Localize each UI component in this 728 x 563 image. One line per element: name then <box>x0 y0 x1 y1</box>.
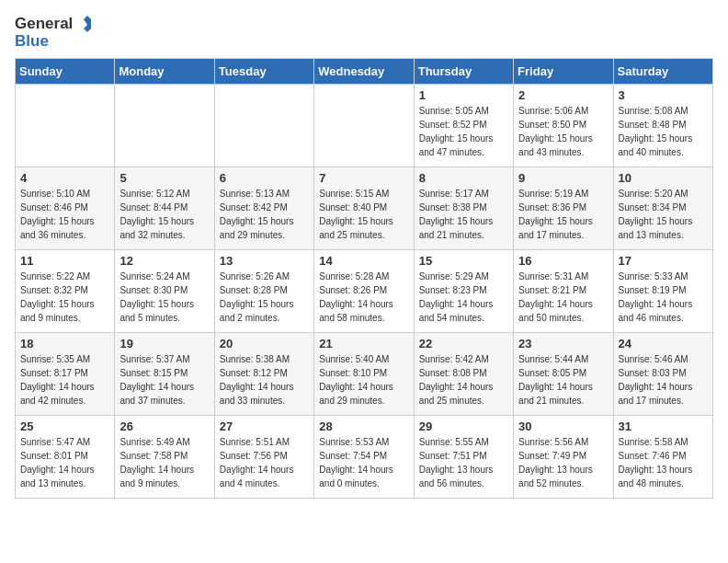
calendar-cell: 21Sunrise: 5:40 AM Sunset: 8:10 PM Dayli… <box>314 332 414 415</box>
day-number: 26 <box>119 419 209 433</box>
day-number: 12 <box>119 254 209 268</box>
day-info: Sunrise: 5:51 AM Sunset: 7:56 PM Dayligh… <box>220 435 309 490</box>
day-number: 10 <box>619 171 708 185</box>
calendar-cell: 9Sunrise: 5:19 AM Sunset: 8:36 PM Daylig… <box>514 167 613 249</box>
day-info: Sunrise: 5:19 AM Sunset: 8:36 PM Dayligh… <box>518 187 608 242</box>
day-info: Sunrise: 5:08 AM Sunset: 8:48 PM Dayligh… <box>619 104 708 159</box>
day-info: Sunrise: 5:53 AM Sunset: 7:54 PM Dayligh… <box>319 435 408 490</box>
day-info: Sunrise: 5:17 AM Sunset: 8:38 PM Dayligh… <box>419 187 508 242</box>
calendar-cell: 17Sunrise: 5:33 AM Sunset: 8:19 PM Dayli… <box>613 249 712 332</box>
logo-bird-icon <box>74 15 95 33</box>
calendar-cell: 26Sunrise: 5:49 AM Sunset: 7:58 PM Dayli… <box>115 415 214 498</box>
day-info: Sunrise: 5:31 AM Sunset: 8:21 PM Dayligh… <box>518 270 608 325</box>
day-number: 6 <box>220 171 309 185</box>
calendar-cell: 2Sunrise: 5:06 AM Sunset: 8:50 PM Daylig… <box>514 84 613 167</box>
day-info: Sunrise: 5:40 AM Sunset: 8:10 PM Dayligh… <box>319 352 408 408</box>
calendar-cell: 11Sunrise: 5:22 AM Sunset: 8:32 PM Dayli… <box>16 249 115 332</box>
day-info: Sunrise: 5:10 AM Sunset: 8:46 PM Dayligh… <box>20 187 109 242</box>
day-number: 16 <box>518 254 608 268</box>
day-info: Sunrise: 5:46 AM Sunset: 8:03 PM Dayligh… <box>619 352 708 408</box>
calendar-cell: 14Sunrise: 5:28 AM Sunset: 8:26 PM Dayli… <box>314 249 414 332</box>
day-number: 1 <box>419 88 508 102</box>
calendar-cell: 15Sunrise: 5:29 AM Sunset: 8:23 PM Dayli… <box>414 249 513 332</box>
day-number: 5 <box>119 171 209 185</box>
day-number: 19 <box>119 337 209 350</box>
day-info: Sunrise: 5:20 AM Sunset: 8:34 PM Dayligh… <box>619 187 708 242</box>
calendar-cell: 27Sunrise: 5:51 AM Sunset: 7:56 PM Dayli… <box>214 415 313 498</box>
day-info: Sunrise: 5:13 AM Sunset: 8:42 PM Dayligh… <box>220 187 309 242</box>
calendar-cell: 1Sunrise: 5:05 AM Sunset: 8:52 PM Daylig… <box>414 84 513 167</box>
week-row-0: 1Sunrise: 5:05 AM Sunset: 8:52 PM Daylig… <box>16 84 713 167</box>
calendar-cell: 6Sunrise: 5:13 AM Sunset: 8:42 PM Daylig… <box>214 167 313 249</box>
weekday-saturday: Saturday <box>613 58 712 84</box>
day-number: 13 <box>220 254 309 268</box>
logo: General Blue <box>15 15 95 51</box>
day-number: 4 <box>20 171 109 185</box>
day-info: Sunrise: 5:56 AM Sunset: 7:49 PM Dayligh… <box>518 435 608 490</box>
day-info: Sunrise: 5:44 AM Sunset: 8:05 PM Dayligh… <box>518 352 608 408</box>
day-number: 20 <box>220 337 309 350</box>
logo-container: General Blue <box>15 15 95 51</box>
calendar-cell: 12Sunrise: 5:24 AM Sunset: 8:30 PM Dayli… <box>115 249 214 332</box>
day-info: Sunrise: 5:22 AM Sunset: 8:32 PM Dayligh… <box>20 270 109 325</box>
day-info: Sunrise: 5:42 AM Sunset: 8:08 PM Dayligh… <box>419 352 508 408</box>
calendar-cell: 24Sunrise: 5:46 AM Sunset: 8:03 PM Dayli… <box>613 332 712 415</box>
calendar-cell: 16Sunrise: 5:31 AM Sunset: 8:21 PM Dayli… <box>514 249 613 332</box>
weekday-thursday: Thursday <box>414 58 513 84</box>
weekday-tuesday: Tuesday <box>214 58 313 84</box>
day-number: 24 <box>619 337 708 350</box>
week-row-3: 18Sunrise: 5:35 AM Sunset: 8:17 PM Dayli… <box>16 332 713 415</box>
calendar-cell: 23Sunrise: 5:44 AM Sunset: 8:05 PM Dayli… <box>514 332 613 415</box>
day-number: 11 <box>20 254 109 268</box>
calendar-cell: 31Sunrise: 5:58 AM Sunset: 7:46 PM Dayli… <box>613 415 712 498</box>
calendar-cell: 19Sunrise: 5:37 AM Sunset: 8:15 PM Dayli… <box>115 332 214 415</box>
day-number: 27 <box>220 419 309 433</box>
calendar-cell: 29Sunrise: 5:55 AM Sunset: 7:51 PM Dayli… <box>414 415 513 498</box>
calendar-cell: 30Sunrise: 5:56 AM Sunset: 7:49 PM Dayli… <box>514 415 613 498</box>
day-number: 31 <box>619 419 708 433</box>
day-number: 22 <box>419 337 508 350</box>
day-number: 18 <box>20 337 109 350</box>
day-number: 25 <box>20 419 109 433</box>
day-number: 9 <box>518 171 608 185</box>
calendar-cell: 10Sunrise: 5:20 AM Sunset: 8:34 PM Dayli… <box>613 167 712 249</box>
day-number: 29 <box>419 419 508 433</box>
calendar-cell: 18Sunrise: 5:35 AM Sunset: 8:17 PM Dayli… <box>16 332 115 415</box>
day-info: Sunrise: 5:29 AM Sunset: 8:23 PM Dayligh… <box>419 270 508 325</box>
weekday-monday: Monday <box>115 58 214 84</box>
day-info: Sunrise: 5:15 AM Sunset: 8:40 PM Dayligh… <box>319 187 408 242</box>
day-info: Sunrise: 5:47 AM Sunset: 8:01 PM Dayligh… <box>20 435 109 490</box>
calendar-cell: 22Sunrise: 5:42 AM Sunset: 8:08 PM Dayli… <box>414 332 513 415</box>
logo-general-text: General <box>15 16 73 33</box>
day-number: 14 <box>319 254 408 268</box>
calendar-cell <box>214 84 313 167</box>
day-info: Sunrise: 5:38 AM Sunset: 8:12 PM Dayligh… <box>220 352 309 408</box>
day-number: 3 <box>619 88 708 102</box>
calendar-cell: 20Sunrise: 5:38 AM Sunset: 8:12 PM Dayli… <box>214 332 313 415</box>
weekday-friday: Friday <box>514 58 613 84</box>
calendar-table: SundayMondayTuesdayWednesdayThursdayFrid… <box>15 58 713 499</box>
day-number: 17 <box>619 254 708 268</box>
logo-blue-text: Blue <box>15 33 95 51</box>
day-number: 28 <box>319 419 408 433</box>
day-number: 30 <box>518 419 608 433</box>
day-info: Sunrise: 5:28 AM Sunset: 8:26 PM Dayligh… <box>319 270 408 325</box>
day-info: Sunrise: 5:06 AM Sunset: 8:50 PM Dayligh… <box>518 104 608 159</box>
day-number: 21 <box>319 337 408 350</box>
calendar-cell: 13Sunrise: 5:26 AM Sunset: 8:28 PM Dayli… <box>214 249 313 332</box>
weekday-wednesday: Wednesday <box>314 58 414 84</box>
calendar-cell: 3Sunrise: 5:08 AM Sunset: 8:48 PM Daylig… <box>613 84 712 167</box>
day-info: Sunrise: 5:33 AM Sunset: 8:19 PM Dayligh… <box>619 270 708 325</box>
calendar-cell <box>314 84 414 167</box>
svg-marker-0 <box>84 16 95 32</box>
week-row-4: 25Sunrise: 5:47 AM Sunset: 8:01 PM Dayli… <box>16 415 713 498</box>
day-info: Sunrise: 5:05 AM Sunset: 8:52 PM Dayligh… <box>419 104 508 159</box>
week-row-1: 4Sunrise: 5:10 AM Sunset: 8:46 PM Daylig… <box>16 167 713 249</box>
day-number: 7 <box>319 171 408 185</box>
day-info: Sunrise: 5:24 AM Sunset: 8:30 PM Dayligh… <box>119 270 209 325</box>
calendar-cell: 4Sunrise: 5:10 AM Sunset: 8:46 PM Daylig… <box>16 167 115 249</box>
day-info: Sunrise: 5:26 AM Sunset: 8:28 PM Dayligh… <box>220 270 309 325</box>
calendar-cell: 28Sunrise: 5:53 AM Sunset: 7:54 PM Dayli… <box>314 415 414 498</box>
day-number: 15 <box>419 254 508 268</box>
calendar-cell: 25Sunrise: 5:47 AM Sunset: 8:01 PM Dayli… <box>16 415 115 498</box>
